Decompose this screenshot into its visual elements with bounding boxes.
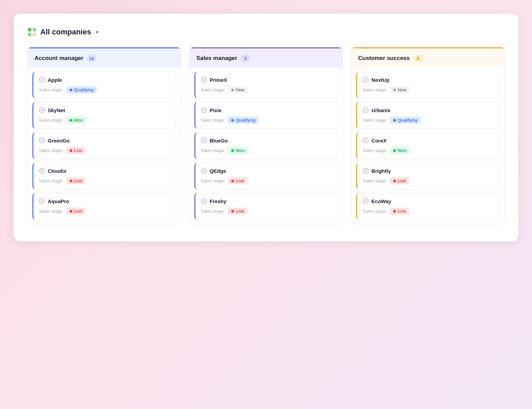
card-title-row: Pixie [201,107,332,113]
check-icon [201,168,207,174]
field-label: Sales stage: [39,209,63,214]
column-header-account-manager: Account manager10 [28,47,181,67]
card-title: QEdge [210,168,226,174]
field-label: Sales stage: [39,148,63,153]
card[interactable]: AppleSales stage:Qualifying [32,72,176,99]
card-field-row: Sales stage:Lost [363,177,494,184]
card-title-row: Apple [39,77,170,83]
field-label: Sales stage: [39,87,63,92]
svg-point-15 [363,107,368,112]
stage-text: Lost [74,209,83,214]
check-icon [201,198,207,204]
card[interactable]: CoreXSales stage:Won [356,132,500,159]
card[interactable]: PixieSales stage:Qualifying [194,102,338,129]
stage-dot [231,89,234,91]
card-title-row: Brightly [363,168,494,174]
card-field-row: Sales stage:Qualifying [201,117,332,124]
stage-badge: Lost [66,177,86,184]
field-label: Sales stage: [363,118,387,123]
field-label: Sales stage: [201,209,225,214]
stage-text: Lost [398,178,406,183]
card[interactable]: UrbanixSales stage:Qualifying [356,102,500,129]
card-title: Urbanix [371,107,390,113]
card-field-row: Sales stage:Won [39,117,170,124]
card-title: SkyNet [48,107,65,113]
svg-point-17 [363,168,368,173]
field-label: Sales stage: [39,178,63,183]
svg-point-4 [39,77,44,82]
stage-text: Lost [236,178,244,183]
stage-dot [231,180,234,182]
svg-point-9 [201,77,206,82]
stage-badge: Won [228,147,248,154]
stage-text: New [398,87,407,92]
card[interactable]: BlueGoSales stage:Won [194,132,338,159]
card-title-row: EcoWay [363,198,494,204]
card-title-row: CoreX [363,137,494,143]
card-title: BlueGo [210,138,228,143]
card-title-row: Urbanix [363,107,494,113]
check-icon [363,137,369,143]
card[interactable]: CloudixSales stage:Lost [32,163,176,190]
card[interactable]: BrightlySales stage:Lost [356,163,500,190]
stage-dot [70,180,72,182]
card-title: Brightly [371,168,391,174]
stage-dot [393,180,396,182]
column-title-sales-manager: Sales manager [196,55,237,62]
check-icon [363,168,369,174]
card-title: EcoWay [371,198,391,204]
card-field-row: Sales stage:Lost [201,177,332,184]
svg-rect-3 [33,33,36,36]
card-field-row: Sales stage:Lost [39,177,170,184]
svg-point-13 [201,198,206,203]
stage-badge: Lost [228,177,248,184]
dropdown-arrow[interactable]: ▾ [96,29,98,35]
card-title: AquaPro [48,198,69,204]
card[interactable]: SkyNetSales stage:Won [32,102,176,129]
card-title: PrimeX [210,77,227,83]
card[interactable]: EcoWaySales stage:Lost [356,193,500,220]
stage-text: Won [236,148,245,153]
svg-point-18 [363,198,368,203]
stage-text: New [236,87,245,92]
check-icon [363,77,369,83]
field-label: Sales stage: [201,118,225,123]
stage-badge: Lost [66,147,86,154]
field-label: Sales stage: [201,178,225,183]
stage-text: Qualifying [74,87,94,92]
column-count-sales-manager: 3 [241,55,250,62]
stage-dot [70,210,72,213]
card[interactable]: FreshySales stage:Lost [194,193,338,220]
card-title: NextUp [371,77,389,83]
card-title-row: QEdge [201,168,332,174]
check-icon [201,137,207,143]
column-header-customer-success: Customer success5 [351,47,504,67]
svg-point-8 [39,198,44,203]
svg-point-11 [201,138,206,143]
column-count-customer-success: 5 [413,55,423,62]
svg-rect-0 [28,28,31,31]
card-title-row: Cloudix [39,168,170,174]
stage-text: Won [398,148,407,153]
card[interactable]: NextUpSales stage:New [356,72,500,99]
stage-dot [70,149,72,152]
card[interactable]: PrimeXSales stage:New [194,72,338,99]
card[interactable]: AquaProSales stage:Lost [32,193,176,220]
field-label: Sales stage: [39,118,63,123]
stage-badge: New [228,86,248,93]
card[interactable]: GreenGoSales stage:Lost [32,132,176,159]
card-title: Freshy [210,198,226,204]
column-header-sales-manager: Sales manager3 [190,47,343,67]
stage-text: Qualifying [398,118,417,123]
card-title-row: NextUp [363,77,494,83]
card-field-row: Sales stage:Lost [39,147,170,154]
svg-point-16 [363,138,368,143]
check-icon [39,168,45,174]
svg-point-14 [363,77,368,82]
card-field-row: Sales stage:New [201,86,332,93]
grid-icon [27,27,37,37]
card[interactable]: QEdgeSales stage:Lost [194,163,338,190]
stage-badge: Lost [390,177,410,184]
card-title-row: PrimeX [201,77,332,83]
stage-badge: Lost [66,208,86,215]
